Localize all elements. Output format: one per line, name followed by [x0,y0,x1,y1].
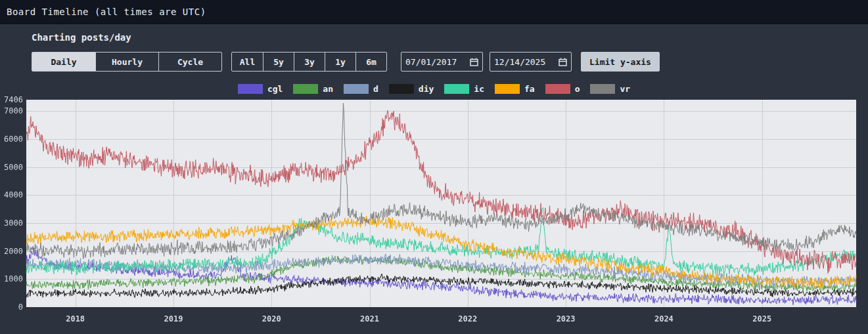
legend-swatch-cgl [238,84,263,94]
end-date-box [490,52,572,72]
mode-button-hourly[interactable]: Hourly [95,52,158,71]
range-button-6m[interactable]: 6m [355,52,386,71]
section-title: Charting posts/day [32,32,131,43]
legend-label: an [323,84,333,94]
mode-button-cycle[interactable]: Cycle [158,52,221,71]
legend-label: ic [474,84,484,94]
legend-item-cgl[interactable]: cgl [238,84,283,94]
mode-group: DailyHourlyCycle [32,52,222,72]
calendar-icon[interactable] [470,58,478,66]
legend-swatch-d [344,84,369,94]
end-date-input[interactable] [494,57,559,67]
legend-swatch-vr [590,84,615,94]
chart-legend: cglanddiyicfaovr [0,82,868,95]
range-group: All5y3y1y6m [231,52,387,72]
range-button-all[interactable]: All [232,52,263,71]
legend-label: d [373,84,378,94]
calendar-icon[interactable] [559,58,567,66]
legend-label: cgl [267,84,283,94]
legend-item-fa[interactable]: fa [495,84,535,94]
limit-y-axis-button[interactable]: Limit y-axis [581,52,660,72]
legend-label: o [575,84,580,94]
range-button-3y[interactable]: 3y [294,52,325,71]
range-button-5y[interactable]: 5y [263,52,294,71]
legend-label: diy [419,84,434,94]
app-title: Board Timeline (all times are UTC) [7,7,206,17]
legend-label: fa [524,84,535,94]
legend-item-d[interactable]: d [344,84,378,94]
legend-swatch-o [545,84,570,94]
legend-item-vr[interactable]: vr [590,84,630,94]
mode-button-daily[interactable]: Daily [32,52,95,71]
app-root: Board Timeline (all times are UTC) Chart… [0,0,868,334]
legend-item-diy[interactable]: diy [389,84,434,94]
start-date-input[interactable] [405,57,470,67]
legend-item-o[interactable]: o [545,84,580,94]
chart-canvas[interactable] [0,96,868,334]
legend-item-ic[interactable]: ic [444,84,484,94]
legend-swatch-fa [495,84,520,94]
legend-swatch-ic [444,84,469,94]
start-date-box [401,52,483,72]
range-button-1y[interactable]: 1y [325,52,355,71]
top-bar: Board Timeline (all times are UTC) [0,0,868,24]
legend-label: vr [620,84,630,94]
legend-item-an[interactable]: an [293,84,333,94]
legend-swatch-diy [389,84,414,94]
legend-swatch-an [293,84,318,94]
